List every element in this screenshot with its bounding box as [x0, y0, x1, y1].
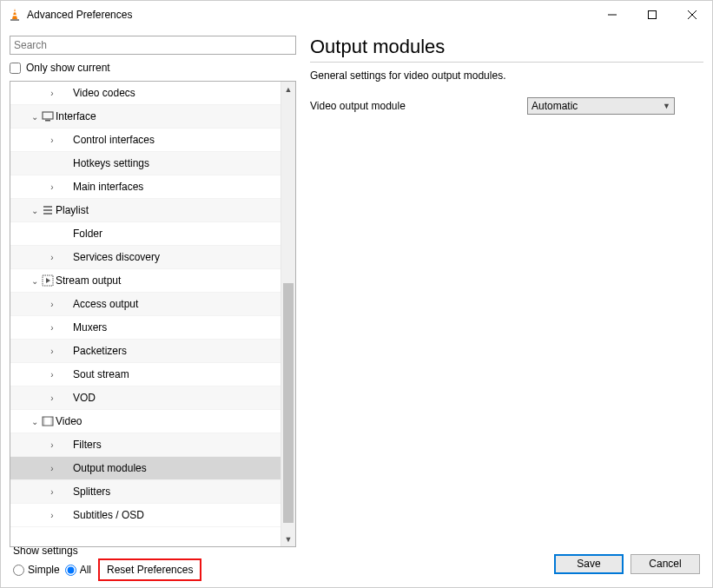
only-show-current-row[interactable]: Only show current: [10, 60, 296, 76]
combo-value: Automatic: [531, 100, 578, 112]
expand-closed-icon[interactable]: ›: [47, 182, 57, 192]
tree-item[interactable]: ›Access output: [10, 293, 295, 316]
tree-item-label: Interface: [56, 110, 96, 122]
expand-closed-icon[interactable]: ›: [47, 323, 57, 333]
tree-item-label: Subtitles / OSD: [73, 509, 144, 521]
expand-open-icon[interactable]: ⌄: [30, 206, 40, 215]
tree-item[interactable]: Folder: [10, 222, 295, 246]
tree-item[interactable]: ›Sout stream: [10, 363, 295, 386]
expand-closed-icon[interactable]: ›: [47, 511, 57, 520]
svg-rect-3: [12, 15, 17, 16]
svg-rect-5: [649, 11, 657, 19]
svg-rect-2: [13, 11, 17, 12]
expand-closed-icon[interactable]: ›: [47, 347, 57, 356]
video-output-module-row: Video output module Automatic ▼: [310, 97, 703, 115]
save-button[interactable]: Save: [554, 554, 624, 574]
expand-closed-icon[interactable]: ›: [47, 300, 57, 309]
tree-item[interactable]: ›Control interfaces: [10, 129, 295, 152]
all-radio-row[interactable]: All: [65, 564, 91, 576]
tree-item[interactable]: ›Subtitles / OSD: [10, 504, 295, 527]
tree-item[interactable]: ›Video codecs: [10, 82, 295, 105]
interface-icon: [40, 110, 56, 122]
scroll-up-arrow[interactable]: ▲: [281, 82, 295, 96]
tree-item-label: Main interfaces: [73, 181, 143, 193]
expand-closed-icon[interactable]: ›: [47, 135, 57, 145]
stream-icon: [40, 274, 56, 287]
svg-marker-0: [12, 9, 17, 19]
scrollbar-thumb[interactable]: [283, 283, 294, 523]
expand-open-icon[interactable]: ⌄: [30, 417, 40, 426]
expand-closed-icon[interactable]: ›: [47, 487, 57, 497]
tree-item[interactable]: ⌄Video: [10, 410, 295, 433]
tree-item-label: VOD: [73, 392, 96, 404]
tree-item-label: Services discovery: [73, 251, 160, 263]
tree-scrollbar[interactable]: ▲ ▼: [281, 82, 295, 546]
simple-radio[interactable]: [13, 565, 24, 576]
tree-item[interactable]: ⌄Stream output: [10, 269, 295, 293]
maximize-button[interactable]: [632, 1, 672, 29]
video-output-module-combo[interactable]: Automatic ▼: [527, 97, 675, 115]
advanced-preferences-window: Advanced Preferences Only show current ›…: [0, 0, 713, 588]
all-label: All: [80, 564, 91, 576]
expand-closed-icon[interactable]: ›: [47, 370, 57, 380]
panel-title: Output modules: [310, 36, 703, 62]
chevron-down-icon: ▼: [663, 102, 670, 110]
expand-closed-icon[interactable]: ›: [47, 393, 57, 403]
svg-rect-8: [43, 112, 53, 119]
expand-closed-icon[interactable]: ›: [47, 440, 57, 450]
only-show-current-checkbox[interactable]: [10, 63, 21, 74]
tree-item[interactable]: ›Main interfaces: [10, 175, 295, 199]
tree-item-label: Access output: [73, 298, 138, 310]
expand-closed-icon[interactable]: ›: [47, 253, 57, 262]
panel-subtitle: General settings for video output module…: [310, 69, 703, 82]
tree-item-label: Packetizers: [73, 345, 127, 357]
tree-item-label: Muxers: [73, 321, 107, 334]
tree-item[interactable]: ›Muxers: [10, 316, 295, 340]
reset-preferences-button[interactable]: Reset Preferences: [98, 558, 201, 581]
tree-item[interactable]: ›Packetizers: [10, 340, 295, 363]
tree-item[interactable]: ›Output modules: [10, 457, 295, 480]
tree-item[interactable]: ›Services discovery: [10, 246, 295, 269]
tree-item[interactable]: ›VOD: [10, 386, 295, 410]
expand-open-icon[interactable]: ⌄: [30, 276, 40, 286]
only-show-current-label: Only show current: [26, 62, 110, 74]
svg-rect-9: [45, 120, 50, 122]
playlist-icon: [40, 204, 56, 216]
tree-item[interactable]: ›Filters: [10, 433, 295, 457]
minimize-button[interactable]: [592, 1, 632, 29]
tree-item-label: Video codecs: [73, 87, 135, 99]
close-button[interactable]: [672, 1, 712, 29]
expand-closed-icon[interactable]: ›: [47, 464, 57, 473]
panel-divider: [310, 62, 703, 63]
tree-item[interactable]: Hotkeys settings: [10, 152, 295, 175]
video-icon: [40, 415, 56, 427]
simple-label: Simple: [28, 564, 60, 576]
svg-marker-14: [46, 278, 50, 283]
tree-item-label: Sout stream: [73, 368, 129, 380]
svg-rect-1: [10, 19, 19, 21]
expand-open-icon[interactable]: ⌄: [30, 112, 40, 122]
tree-item-label: Filters: [73, 439, 102, 451]
footer: Show settings Simple All Reset Preferenc…: [1, 547, 712, 587]
tree-item-label: Output modules: [73, 462, 147, 474]
tree-item-label: Folder: [73, 228, 102, 240]
titlebar: Advanced Preferences: [1, 1, 712, 29]
tree-item[interactable]: ⌄Interface: [10, 105, 295, 129]
tree-item-label: Hotkeys settings: [73, 157, 149, 169]
tree-item-label: Video: [56, 415, 82, 427]
simple-radio-row[interactable]: Simple: [13, 564, 60, 576]
scroll-down-arrow[interactable]: ▼: [281, 532, 295, 546]
tree-item-label: Stream output: [56, 274, 121, 287]
tree-item[interactable]: ›Splitters: [10, 480, 295, 504]
tree-item[interactable]: ⌄Playlist: [10, 199, 295, 222]
svg-rect-16: [43, 417, 45, 426]
tree-item-label: Control interfaces: [73, 134, 155, 146]
all-radio[interactable]: [65, 565, 76, 576]
window-title: Advanced Preferences: [27, 9, 132, 21]
vlc-cone-icon: [8, 8, 22, 22]
expand-closed-icon[interactable]: ›: [47, 89, 57, 98]
cancel-button[interactable]: Cancel: [630, 554, 700, 574]
search-input[interactable]: [10, 36, 296, 55]
tree-item-label: Playlist: [56, 204, 89, 216]
category-tree[interactable]: ›Video codecs⌄Interface›Control interfac…: [10, 82, 295, 527]
